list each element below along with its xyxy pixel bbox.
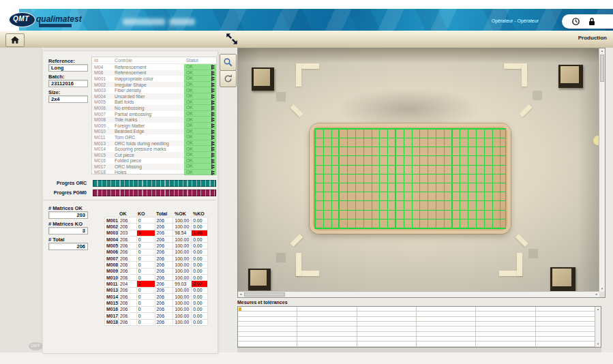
stat-id: M006	[105, 249, 119, 255]
stat-ok: 206	[119, 313, 137, 318]
image-vertical-scrollbar[interactable]: ▲ ▼	[599, 48, 605, 292]
stats-row: M0162060206100.000.00	[105, 307, 208, 313]
stat-total: 206	[155, 320, 174, 325]
stat-total: 206	[155, 224, 174, 229]
check-status: OK	[184, 76, 216, 82]
app-logo: QMT qualimatest	[9, 11, 91, 29]
stat-ok: 206	[119, 288, 137, 293]
stats-row: M0072060206100.000.00	[105, 256, 208, 262]
scroll-down-arrow[interactable]: ▼	[599, 286, 605, 292]
measures-cell	[297, 322, 357, 327]
checklist-row[interactable]: M011Torn ORCOK	[92, 134, 216, 140]
measures-scroll-down[interactable]: ▼	[595, 342, 601, 347]
measures-table[interactable]: ▲ ▼	[237, 306, 601, 348]
check-id: M04	[92, 65, 115, 70]
stat-pko: 0.00	[192, 256, 208, 261]
stats-row: M0182060206100.000.00	[105, 320, 208, 326]
checklist-row[interactable]: M014Scouring pressure marksOK	[92, 146, 216, 152]
check-label: Holes	[115, 170, 184, 175]
check-status: OK	[184, 100, 216, 106]
stat-pok: 100.00	[173, 243, 192, 248]
stat-ko: 0	[137, 224, 155, 229]
scroll-left-arrow[interactable]: ◄	[238, 292, 243, 297]
measures-cell	[297, 332, 357, 337]
matrices-ko-input[interactable]	[48, 227, 88, 234]
stat-id: M005	[105, 243, 119, 248]
checklist-row[interactable]: M017ORC MissingOK	[92, 164, 216, 170]
v-scroll-thumb[interactable]	[600, 55, 604, 82]
stat-ok: 206	[119, 249, 137, 255]
stat-ok: 206	[119, 224, 137, 229]
checklist-row[interactable]: M04ReferencementOK	[92, 64, 216, 70]
checklist-row[interactable]: M004Uncarded fiberOK	[92, 93, 216, 100]
size-input[interactable]	[48, 95, 88, 103]
stat-pko: 0.00	[192, 307, 208, 312]
diagonal-mark-bottom-left	[290, 234, 303, 247]
checklist-row[interactable]: M013ORC folds during needlingOK	[92, 140, 216, 147]
check-id: M004	[92, 94, 115, 99]
checklist-row[interactable]: M010Bearded EdgeOK	[92, 129, 216, 135]
measures-scroll-up[interactable]: ▲	[595, 307, 601, 312]
lock-icon[interactable]	[588, 17, 596, 27]
checklist-row[interactable]: M007Partial embossingOK	[92, 111, 216, 117]
checklist-row[interactable]: M001Inappropriate colorOK	[92, 76, 216, 82]
matrices-ok-input[interactable]	[48, 211, 88, 219]
faint-marker-bottom-right	[528, 249, 538, 258]
batch-input[interactable]	[48, 80, 88, 87]
progress-pgm0-bar	[93, 189, 216, 196]
zoom-tool-button[interactable]	[220, 54, 237, 71]
checklist-row[interactable]: M005Batt foldsOK	[92, 100, 216, 106]
image-horizontal-scrollbar[interactable]: ◄ ►	[238, 291, 599, 297]
measures-cell	[536, 342, 595, 346]
check-id: M008	[92, 117, 115, 122]
checklist-row[interactable]: M018HolesOK	[92, 170, 216, 176]
checklist-row[interactable]: M016Folded pieceOK	[92, 158, 216, 164]
stat-id: M017	[105, 313, 119, 318]
stat-pok: 100.00	[173, 256, 192, 261]
stat-id: M015	[105, 300, 119, 305]
stats-row: M0022060206100.000.00	[105, 224, 208, 230]
row-detail-icon	[211, 117, 215, 122]
row-detail-icon	[211, 147, 215, 151]
history-clock-icon[interactable]	[571, 17, 580, 26]
check-label: ORC Missing	[115, 164, 184, 169]
stat-id: M014	[105, 294, 119, 299]
reference-input[interactable]	[48, 64, 88, 72]
checklist-row[interactable]: M002Irregular ShapeOK	[92, 82, 216, 88]
checklist-col-statut: Statut	[186, 58, 216, 63]
stats-row: M0062060206100.000.00	[105, 249, 208, 256]
corner-cube-bottom-left	[248, 269, 271, 290]
total-input[interactable]	[48, 243, 88, 250]
stat-id: M018	[105, 320, 119, 325]
nav-toolbar	[0, 31, 613, 48]
checklist-row[interactable]: M003Fiber densityOK	[92, 87, 216, 93]
measures-cell	[238, 337, 297, 342]
home-button[interactable]	[5, 33, 25, 47]
stats-header: OK KO Total %OK %KO	[104, 210, 208, 217]
checklist-row[interactable]: M08ReferencementOK	[92, 70, 216, 76]
fabric-sample	[310, 123, 511, 234]
row-detail-icon	[211, 164, 215, 169]
stat-pok: 100.00	[173, 224, 192, 229]
checklist-row[interactable]: M006No embossingOK	[92, 105, 216, 111]
measures-scrollbar[interactable]: ▲ ▼	[595, 307, 601, 347]
measurement-grid-overlay	[314, 128, 506, 229]
fullscreen-button[interactable]	[224, 32, 239, 46]
measures-cell	[297, 327, 357, 331]
stat-ko: 0	[137, 269, 155, 274]
stat-pok: 100.00	[173, 320, 192, 325]
checklist-row[interactable]: M009Foreign MatterOK	[92, 123, 216, 129]
stat-ok: 206	[119, 262, 137, 267]
stats-row: M0042060206100.000.00	[105, 237, 208, 243]
rotate-tool-button[interactable]	[220, 70, 237, 87]
inspection-image[interactable]	[238, 48, 599, 292]
h-scroll-thumb[interactable]	[244, 292, 285, 297]
measures-cell	[476, 337, 535, 342]
measures-cell	[417, 337, 476, 342]
scroll-right-arrow[interactable]: ►	[594, 292, 599, 297]
total-label: # Total	[48, 237, 65, 243]
checklist-row[interactable]: M008Tide marksOK	[92, 117, 216, 123]
scroll-up-arrow[interactable]: ▲	[599, 48, 605, 54]
checklist-row[interactable]: M015Cut pieceOK	[92, 152, 216, 158]
check-label: Uncarded fiber	[115, 94, 184, 99]
